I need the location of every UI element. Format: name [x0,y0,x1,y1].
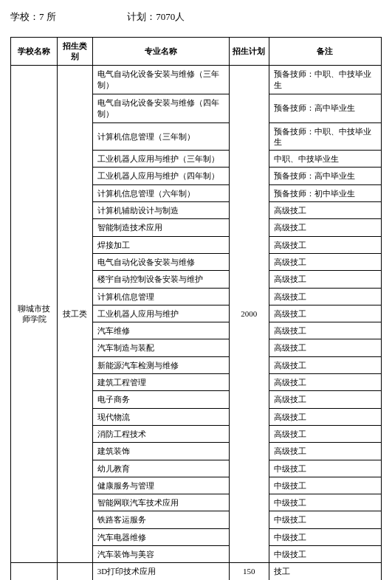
major-cell: 新能源汽车检测与维修 [92,356,229,373]
remark-cell: 中级技工 [269,460,381,477]
remark-cell: 高级技工 [269,408,381,425]
plan-count: 计划：7070人 [127,11,185,22]
table-header-row: 学校名称 招生类别 专业名称 招生计划 备注 [11,38,382,66]
major-cell: 智能网联汽车技术应用 [92,494,229,511]
remark-cell: 高级技工 [269,443,381,460]
remark-cell: 中级技工 [269,511,381,528]
remark-cell: 高级技工 [269,253,381,270]
remark-cell: 高级技工 [269,305,381,322]
page-header: 学校：7 所 计划：7070人 [10,10,382,24]
major-cell: 汽车维修 [92,322,229,339]
remark-cell: 高级技工 [269,202,381,219]
major-cell: 健康服务与管理 [92,477,229,494]
remark-cell: 预备技师：高中毕业生 [269,94,381,122]
plan-cell: 2000 [229,65,269,563]
major-cell: 工业机器人应用与维护（三年制） [92,151,229,168]
major-cell: 建筑装饰 [92,443,229,460]
major-cell: 焊接加工 [92,236,229,253]
major-cell: 计算机辅助设计与制造 [92,202,229,219]
major-cell: 电子商务 [92,391,229,408]
remark-cell: 高级技工 [269,288,381,305]
enrollment-table: 学校名称 招生类别 专业名称 招生计划 备注 聊城市技师学院技工类电气自动化设备… [10,37,382,580]
major-cell: 工业机器人应用与维护 [92,305,229,322]
table-row: 聊城市技师学院技工类电气自动化设备安装与维修（三年制）2000预备技师：中职、中… [11,65,382,94]
col-plan: 招生计划 [229,38,269,66]
remark-cell: 中级技工 [269,494,381,511]
remark-cell: 高级技工 [269,391,381,408]
remark-cell: 高级技工 [269,425,381,442]
remark-cell: 高级技工 [269,271,381,288]
major-cell: 建筑工程管理 [92,374,229,391]
remark-cell: 高级技工 [269,356,381,373]
major-cell: 铁路客运服务 [92,511,229,528]
major-cell: 智能制造技术应用 [92,219,229,236]
major-cell: 现代物流 [92,408,229,425]
major-cell: 计算机信息管理（六年制） [92,184,229,201]
major-cell: 工业机器人应用与维护（四年制） [92,168,229,184]
school-name: 聊城现代交通技工学校 [11,563,58,580]
major-cell: 汽车电器维修 [92,528,229,545]
col-major: 专业名称 [92,38,229,66]
remark-cell: 预备技师：初中毕业生 [269,184,381,201]
col-remark: 备注 [269,38,381,66]
remark-cell: 高级技工 [269,322,381,339]
school-count: 学校：7 所 [10,11,56,22]
major-cell: 3D打印技术应用 [92,563,229,580]
table-row: 聊城现代交通技工学校技工类3D打印技术应用150技工 [11,563,382,580]
major-cell: 电气自动化设备安装与维修（三年制） [92,65,229,94]
major-cell: 计算机信息管理（三年制） [92,122,229,151]
major-cell: 幼儿教育 [92,460,229,477]
plan-cell: 150 [229,563,269,580]
major-cell: 电气自动化设备安装与维修（四年制） [92,94,229,122]
remark-cell: 中级技工 [269,528,381,545]
category: 技工类 [58,65,93,563]
category: 技工类 [58,563,93,580]
col-school: 学校名称 [11,38,58,66]
major-cell: 计算机信息管理 [92,288,229,305]
remark-cell: 高级技工 [269,219,381,236]
major-cell: 楼宇自动控制设备安装与维护 [92,271,229,288]
remark-cell: 高级技工 [269,374,381,391]
remark-cell: 中级技工 [269,546,381,563]
remark-cell: 技工 [269,563,381,580]
remark-cell: 中级技工 [269,477,381,494]
remark-cell: 高级技工 [269,236,381,253]
remark-cell: 预备技师：中职、中技毕业生 [269,122,381,151]
col-category: 招生类别 [58,38,93,66]
major-cell: 消防工程技术 [92,425,229,442]
remark-cell: 预备技师：高中毕业生 [269,168,381,184]
major-cell: 汽车装饰与美容 [92,546,229,563]
school-name: 聊城市技师学院 [11,65,58,563]
remark-cell: 高级技工 [269,339,381,356]
major-cell: 汽车制造与装配 [92,339,229,356]
major-cell: 电气自动化设备安装与维修 [92,253,229,270]
remark-cell: 预备技师：中职、中技毕业生 [269,65,381,94]
remark-cell: 中职、中技毕业生 [269,151,381,168]
